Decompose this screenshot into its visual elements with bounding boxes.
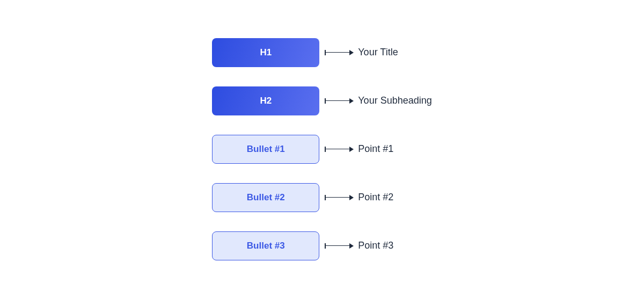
arrow-icon — [325, 98, 354, 104]
bullet-2-description: Point #2 — [358, 192, 393, 203]
bullet-3-description: Point #3 — [358, 240, 393, 251]
bullet-3-box-label: Bullet #3 — [247, 241, 285, 251]
arrow-icon — [325, 50, 354, 55]
h1-box: H1 — [212, 38, 319, 67]
h1-box-label: H1 — [260, 47, 272, 58]
h2-box-label: H2 — [260, 96, 272, 106]
arrow-icon — [325, 243, 354, 249]
row-h2: H2 Your Subheading — [212, 86, 431, 115]
h1-description: Your Title — [358, 47, 398, 58]
bullet-2-box-label: Bullet #2 — [247, 192, 285, 203]
row-bullet-3: Bullet #3 Point #3 — [212, 231, 431, 260]
document-structure-diagram: H1 Your Title H2 Your Subheading Bullet … — [212, 38, 431, 260]
row-bullet-1: Bullet #1 Point #1 — [212, 135, 431, 164]
row-bullet-2: Bullet #2 Point #2 — [212, 183, 431, 212]
arrow-icon — [325, 195, 354, 200]
arrow-icon — [325, 147, 354, 152]
bullet-1-description: Point #1 — [358, 143, 393, 155]
bullet-1-box: Bullet #1 — [212, 135, 319, 164]
h2-box: H2 — [212, 86, 319, 115]
h2-description: Your Subheading — [358, 95, 431, 106]
bullet-2-box: Bullet #2 — [212, 183, 319, 212]
bullet-3-box: Bullet #3 — [212, 231, 319, 260]
bullet-1-box-label: Bullet #1 — [247, 144, 285, 155]
row-h1: H1 Your Title — [212, 38, 431, 67]
